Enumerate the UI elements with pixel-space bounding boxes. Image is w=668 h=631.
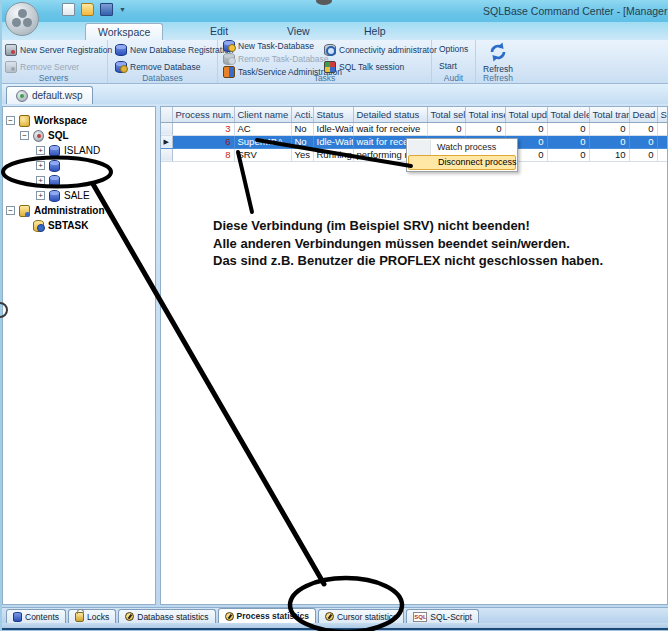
- tree-item-administration[interactable]: − Administration: [3, 203, 155, 218]
- tree-item-island[interactable]: + ISLAND: [3, 143, 155, 158]
- column-header[interactable]: Total sele...: [427, 107, 465, 122]
- task-database-new-icon: [223, 40, 235, 52]
- tab-workspace[interactable]: Workspace: [85, 23, 163, 40]
- column-header[interactable]: Detailed status: [353, 107, 427, 122]
- tree-item-label: Administration: [34, 205, 105, 216]
- database-icon: [49, 145, 60, 157]
- row-selector[interactable]: [161, 122, 172, 135]
- sql-script-icon: SQL: [413, 612, 427, 622]
- menu-item-disconnect-process[interactable]: Disconnect process: [408, 155, 516, 170]
- application-orb-button[interactable]: [5, 2, 39, 36]
- tab-label: Database statistics: [137, 612, 208, 622]
- tree-item-sbtask[interactable]: SBTASK: [3, 218, 155, 233]
- tab-contents[interactable]: Contents: [6, 609, 66, 623]
- process-context-menu: Watch process Disconnect process: [406, 138, 518, 172]
- audit-start-button[interactable]: Start: [439, 61, 457, 71]
- tree-item-sale[interactable]: + SALE: [3, 188, 155, 203]
- tab-label: SQL-Script: [430, 612, 472, 622]
- new-server-registration-button[interactable]: New Server Registration: [5, 44, 112, 56]
- table-row-ac[interactable]: 3 AC No Idle-Wait wait for receive 0 0 0…: [161, 122, 668, 135]
- ribbon-group-servers: New Server Registration Remove Server Se…: [0, 40, 108, 83]
- tab-locks[interactable]: Locks: [68, 609, 116, 623]
- workspace-tab-label: default.wsp: [32, 90, 83, 101]
- collapse-icon[interactable]: −: [6, 206, 15, 215]
- cell-active: Yes: [291, 148, 313, 161]
- tree-item-label: SALE: [64, 190, 90, 201]
- ribbon-tab-row: Workspace Edit View Help: [0, 22, 668, 40]
- workspace-file-icon: [16, 90, 28, 102]
- tab-cursor-statistics[interactable]: Cursor statistics: [318, 609, 404, 623]
- new-task-database-button[interactable]: New Task-Database: [223, 40, 314, 52]
- sqlbase-command-center-window: ▼ SQLBase Command Center - [Manager : de…: [0, 0, 668, 631]
- title-bar[interactable]: ▼ SQLBase Command Center - [Manager : de: [0, 0, 668, 22]
- tab-label: Locks: [87, 612, 109, 622]
- column-header[interactable]: Dead loc...: [629, 107, 657, 122]
- save-icon[interactable]: [100, 3, 113, 16]
- orb-logo-icon: [18, 9, 27, 18]
- cell-client-name: SRV: [234, 148, 291, 161]
- statistics-tab-strip: Contents Locks Database statistics Proce…: [0, 607, 668, 623]
- tree-item-label: ISLAND: [64, 145, 100, 156]
- ribbon-group-databases: New Database Registration Remove Databas…: [108, 40, 218, 83]
- expand-icon[interactable]: +: [36, 161, 45, 170]
- cell-total-selects: 0: [427, 122, 465, 135]
- menu-item-watch-process[interactable]: Watch process: [408, 140, 516, 155]
- new-document-icon[interactable]: [62, 3, 75, 16]
- workspace-tab-default-wsp[interactable]: default.wsp: [6, 86, 93, 104]
- workspace-tree-panel[interactable]: − Workspace − SQL + ISLAND + +: [2, 106, 156, 605]
- tree-item-workspace[interactable]: − Workspace: [3, 113, 155, 128]
- connectivity-administrator-button[interactable]: Connectivity administrator: [324, 44, 437, 56]
- tab-help[interactable]: Help: [352, 23, 398, 40]
- sql-talk-session-button[interactable]: SQL Talk session: [324, 61, 404, 73]
- column-header[interactable]: Process num...: [172, 107, 234, 122]
- button-label: New Task-Database: [238, 41, 314, 51]
- tree-item-label: Workspace: [34, 115, 87, 126]
- main-area: − Workspace − SQL + ISLAND + +: [0, 104, 668, 607]
- group-label-tasks: Tasks: [218, 73, 431, 83]
- cell-total-transactions: 0: [589, 122, 629, 135]
- column-header[interactable]: Client name: [234, 107, 291, 122]
- task-database-icon: [33, 220, 44, 232]
- audit-options-button[interactable]: Options: [439, 44, 468, 54]
- tab-database-statistics[interactable]: Database statistics: [118, 609, 215, 623]
- administration-icon: [19, 205, 30, 217]
- ribbon-group-audit: Options Start Audit: [432, 40, 476, 83]
- expand-icon[interactable]: +: [36, 146, 45, 155]
- column-header[interactable]: Status: [313, 107, 353, 122]
- tab-sql-script[interactable]: SQL SQL-Script: [406, 609, 479, 623]
- database-icon: [49, 160, 60, 172]
- row-selector[interactable]: [161, 148, 172, 161]
- quick-access-dropdown-icon[interactable]: ▼: [119, 6, 126, 13]
- expand-icon[interactable]: +: [36, 176, 45, 185]
- column-header[interactable]: Total delet...: [547, 107, 589, 122]
- new-database-registration-button[interactable]: New Database Registration: [115, 44, 233, 56]
- cell-total-updates: 0: [505, 122, 547, 135]
- row-selector-current[interactable]: ▶: [161, 135, 172, 148]
- remove-task-database-button: Remove Task-Database: [223, 53, 329, 65]
- column-header[interactable]: Total trans.: [589, 107, 629, 122]
- tab-view[interactable]: View: [275, 23, 322, 40]
- expand-icon[interactable]: +: [36, 191, 45, 200]
- window-bottom-border: [0, 623, 668, 631]
- cell-s-locks: [657, 135, 668, 148]
- collapse-icon[interactable]: −: [6, 116, 15, 125]
- button-label: Options: [439, 44, 468, 54]
- column-header[interactable]: Total inse...: [465, 107, 505, 122]
- cell-deadlocks: 0: [629, 135, 657, 148]
- tree-item-database[interactable]: +: [3, 158, 155, 173]
- cell-client-name: AC: [234, 122, 291, 135]
- collapse-icon[interactable]: −: [20, 131, 29, 140]
- open-folder-icon[interactable]: [81, 3, 94, 16]
- column-header[interactable]: S lo...: [657, 107, 668, 122]
- remove-database-button[interactable]: Remove Database: [115, 61, 200, 73]
- column-header[interactable]: Acti...: [291, 107, 313, 122]
- button-label: Remove Server: [20, 62, 79, 72]
- tab-process-statistics[interactable]: Process statistics: [218, 608, 316, 623]
- sql-talk-session-icon: [324, 61, 336, 73]
- tree-item-sql[interactable]: − SQL: [3, 128, 155, 143]
- tab-edit[interactable]: Edit: [198, 23, 240, 40]
- contents-icon: [13, 612, 22, 622]
- tree-item-database[interactable]: +: [3, 173, 155, 188]
- column-header[interactable]: Total updat...: [505, 107, 547, 122]
- cell-total-inserts: 0: [465, 122, 505, 135]
